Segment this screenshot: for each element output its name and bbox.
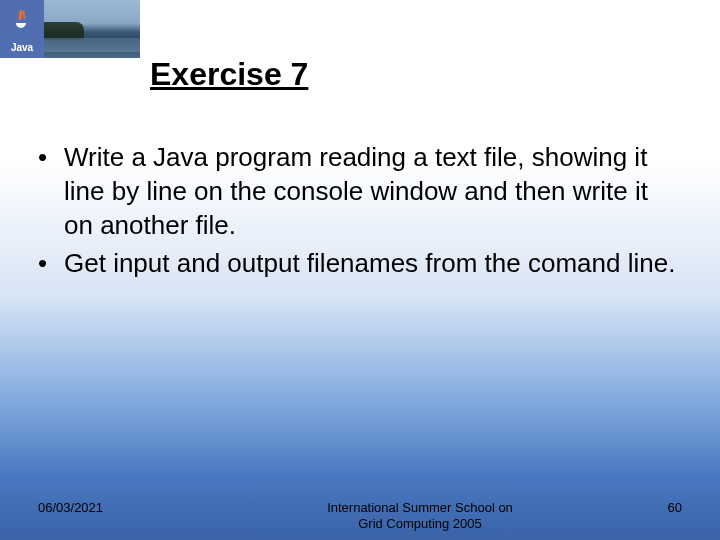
footer-date: 06/03/2021 xyxy=(38,500,238,515)
decorative-photo xyxy=(44,0,140,58)
slide-footer: 06/03/2021 International Summer School o… xyxy=(0,500,720,532)
bullet-text: Get input and output filenames from the … xyxy=(64,246,675,280)
slide-title: Exercise 7 xyxy=(150,56,308,93)
footer-center-line2: Grid Computing 2005 xyxy=(358,516,482,531)
java-cup-icon xyxy=(11,12,33,36)
footer-center: International Summer School on Grid Comp… xyxy=(238,500,602,532)
footer-page-number: 60 xyxy=(602,500,682,515)
slide: Java Exercise 7 • Write a Java program r… xyxy=(0,0,720,540)
footer-center-line1: International Summer School on xyxy=(327,500,513,515)
bullet-marker: • xyxy=(36,246,64,280)
bullet-item: • Write a Java program reading a text fi… xyxy=(36,140,684,242)
bullet-marker: • xyxy=(36,140,64,242)
bullet-item: • Get input and output filenames from th… xyxy=(36,246,684,280)
bullet-text: Write a Java program reading a text file… xyxy=(64,140,684,242)
slide-content: • Write a Java program reading a text fi… xyxy=(36,140,684,284)
logo-area: Java xyxy=(0,0,140,58)
java-logo: Java xyxy=(0,0,44,58)
java-logo-text: Java xyxy=(11,42,33,53)
